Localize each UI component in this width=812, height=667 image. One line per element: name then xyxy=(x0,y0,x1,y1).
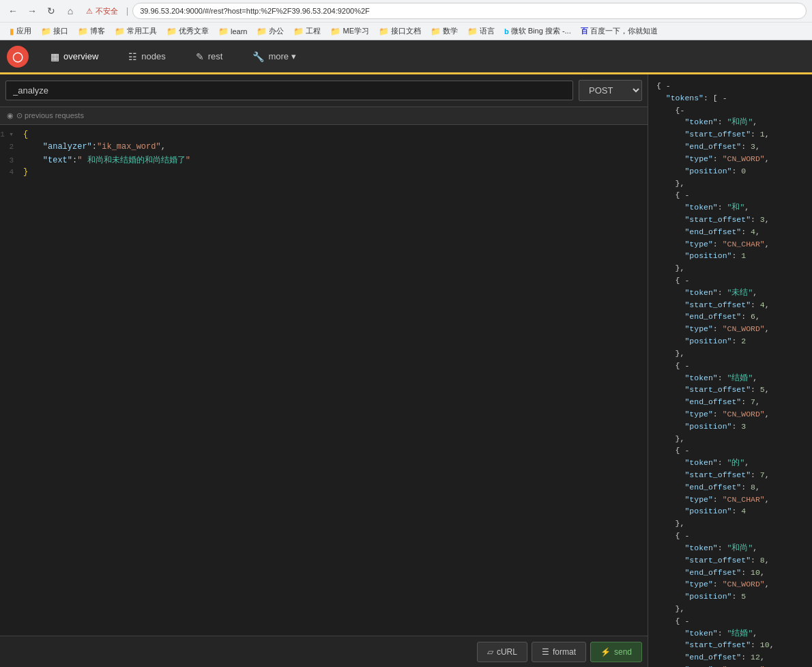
bookmark-label: 数学 xyxy=(443,26,458,36)
folder-icon: 📁 xyxy=(166,27,177,36)
curl-button[interactable]: ▱ cURL xyxy=(477,642,527,662)
editor-area[interactable]: 1 ▾ { 2 "analyzer":"ik_max_word", 3 "tex… xyxy=(0,125,648,636)
response-line: "start_offset": 4, xyxy=(656,299,804,311)
bookmark-tools[interactable]: 📁 常用工具 xyxy=(111,25,161,38)
nav-rest[interactable]: ✎ rest xyxy=(188,46,231,68)
bookmark-engineering[interactable]: 📁 工程 xyxy=(289,25,325,38)
nav-rest-label: rest xyxy=(208,51,223,61)
bookmark-baidu[interactable]: 百 百度一下，你就知道 xyxy=(577,25,662,38)
folder-icon: 📁 xyxy=(293,27,304,36)
json-response: { - "tokens": [ - {- "token": "和尚", "sta… xyxy=(656,80,804,667)
response-line: "type": "CN_CHAR", xyxy=(656,494,804,506)
bookmark-label: 应用 xyxy=(16,26,31,36)
folder-icon: 📁 xyxy=(257,27,267,36)
bing-icon: b xyxy=(504,27,509,36)
nav-nodes[interactable]: ☷ nodes xyxy=(120,46,173,68)
response-line: }, xyxy=(656,347,804,360)
line-number-2: 2 xyxy=(0,143,20,151)
bookmark-label: 百度一下，你就知道 xyxy=(590,26,658,36)
bookmark-math[interactable]: 📁 数学 xyxy=(426,25,462,38)
endpoint-bar: POST GET PUT DELETE HEAD xyxy=(0,74,648,107)
bookmark-label: 办公 xyxy=(269,26,284,36)
bookmark-label: 常用工具 xyxy=(127,26,157,36)
response-line: { - xyxy=(656,444,804,457)
back-button[interactable]: ← xyxy=(5,3,20,18)
bookmark-apps[interactable]: ▮ 应用 xyxy=(5,25,35,38)
response-line: "start_offset": 7, xyxy=(656,469,804,481)
folder-icon: 📁 xyxy=(330,27,340,36)
editor-line-2: 2 "analyzer":"ik_max_word", xyxy=(0,141,648,154)
nav-more-label: more ▾ xyxy=(268,51,295,61)
bookmark-mestudy[interactable]: 📁 ME学习 xyxy=(326,25,373,38)
response-line: "type": "CN_WORD", xyxy=(656,408,804,421)
line-number-3: 3 xyxy=(0,156,20,165)
logo-icon: ◯ xyxy=(12,51,23,62)
response-line: "tokens": [ - xyxy=(656,92,804,104)
response-line: }, xyxy=(656,603,804,615)
bookmark-api[interactable]: 📁 接口 xyxy=(37,25,72,38)
bookmark-label: ME学习 xyxy=(343,26,369,36)
nav-overview[interactable]: ▦ overview xyxy=(42,46,106,68)
response-line: "token": "结婚", xyxy=(656,627,804,640)
forward-button[interactable]: → xyxy=(25,3,40,18)
response-line: }, xyxy=(656,517,804,530)
send-button[interactable]: ⚡ send xyxy=(590,642,642,662)
folder-icon: 📁 xyxy=(115,27,125,36)
bookmark-blog[interactable]: 📁 博客 xyxy=(74,25,109,38)
security-text: 不安全 xyxy=(96,6,118,16)
endpoint-input[interactable] xyxy=(5,81,573,100)
folder-icon: ▮ xyxy=(10,27,14,36)
response-line: "start_offset": 10, xyxy=(656,639,804,651)
response-line: "type": "CN_CHAR", xyxy=(656,238,804,251)
response-line: }, xyxy=(656,262,804,274)
line-content-2: "analyzer":"ik_max_word", xyxy=(20,142,648,152)
app-header: ◯ ▦ overview ☷ nodes ✎ rest 🔧 more ▾ xyxy=(0,40,812,74)
url-separator: | xyxy=(126,6,128,16)
line-number-1: 1 ▾ xyxy=(0,130,20,139)
previous-requests-toggle[interactable]: ◉ ⊙ previous requests xyxy=(0,107,648,125)
response-line: "token": "结婚", xyxy=(656,372,804,384)
response-line: { - xyxy=(656,615,804,627)
nav-more[interactable]: 🔧 more ▾ xyxy=(244,46,304,68)
format-button[interactable]: ☰ format xyxy=(532,642,586,662)
method-select[interactable]: POST GET PUT DELETE HEAD xyxy=(579,80,642,101)
bookmark-language[interactable]: 📁 语言 xyxy=(463,25,499,38)
rest-icon: ✎ xyxy=(196,51,204,62)
bookmark-learn[interactable]: 📁 learn xyxy=(214,25,251,38)
nodes-icon: ☷ xyxy=(128,51,137,62)
response-line: "end_offset": 10, xyxy=(656,567,804,579)
response-line: "position": 4 xyxy=(656,505,804,517)
response-line: "token": "的", xyxy=(656,457,804,469)
bookmark-bing[interactable]: b 微软 Bing 搜索 -... xyxy=(500,25,575,38)
previous-requests-label: ⊙ previous requests xyxy=(16,111,84,120)
main-content: POST GET PUT DELETE HEAD ◉ ⊙ previous re… xyxy=(0,74,812,667)
bookmark-articles[interactable]: 📁 优秀文章 xyxy=(162,25,213,38)
response-line: }, xyxy=(656,178,804,190)
line-content-3: "text":" 和尚和未结婚的和尚结婚了" xyxy=(20,154,648,166)
bookmark-label: learn xyxy=(231,27,247,36)
response-line: "start_offset": 8, xyxy=(656,554,804,567)
home-button[interactable]: ⌂ xyxy=(63,3,78,18)
response-line: { - xyxy=(656,80,804,92)
bookmark-office[interactable]: 📁 办公 xyxy=(252,25,288,38)
bookmark-label: 工程 xyxy=(306,26,321,36)
response-line: "end_offset": 3, xyxy=(656,141,804,153)
format-label: format xyxy=(553,647,576,657)
browser-nav: ← → ↻ ⌂ ⚠ 不安全 | xyxy=(0,0,812,22)
response-line: "position": 2 xyxy=(656,335,804,347)
folder-icon: 📁 xyxy=(78,27,88,36)
response-line: {- xyxy=(656,104,804,117)
line-content-4: } xyxy=(20,167,648,177)
response-line: "position": 5 xyxy=(656,591,804,603)
right-panel: { - "tokens": [ - {- "token": "和尚", "sta… xyxy=(648,74,812,667)
bookmark-label: 接口文档 xyxy=(391,26,421,36)
folder-icon: 📁 xyxy=(218,27,229,36)
response-line: "position": 3 xyxy=(656,421,804,433)
url-bar[interactable] xyxy=(132,3,807,19)
send-icon: ⚡ xyxy=(600,647,611,657)
curl-label: cURL xyxy=(497,647,517,657)
bookmark-apidoc[interactable]: 📁 接口文档 xyxy=(375,25,425,38)
response-line: { - xyxy=(656,189,804,201)
folder-icon: 📁 xyxy=(431,27,441,36)
reload-button[interactable]: ↻ xyxy=(44,3,59,18)
